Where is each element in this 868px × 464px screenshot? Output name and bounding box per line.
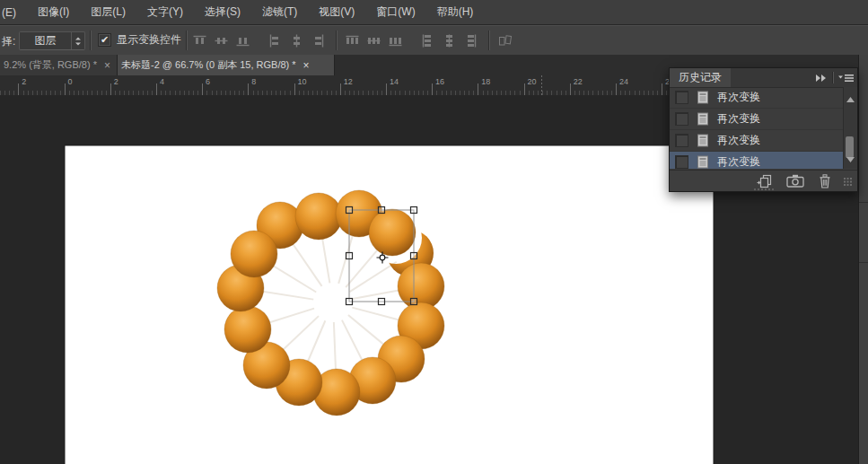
history-state-row[interactable]: 再次变换 — [670, 87, 857, 109]
dock-separator — [859, 202, 868, 203]
panel-dock-strip[interactable] — [858, 55, 868, 464]
distribute-vertical-centers-icon[interactable] — [366, 33, 381, 48]
align-vertical-centers-icon[interactable] — [214, 33, 229, 48]
options-divider — [90, 31, 92, 50]
dropdown-spinner-icon[interactable] — [71, 32, 84, 49]
align-icon-strip — [192, 31, 519, 50]
ruler-major-tick — [662, 83, 662, 95]
transform-handle[interactable] — [346, 253, 353, 259]
ruler-major-tick — [18, 83, 19, 95]
ruler-major-tick — [202, 83, 203, 95]
history-state-label: 再次变换 — [717, 133, 760, 148]
tab-untitled-2-document[interactable]: 未标题-2 @ 66.7% (0 副本 15, RGB/8) * × — [118, 55, 335, 75]
align-right-edges-icon[interactable] — [311, 33, 326, 48]
history-brush-source-well[interactable] — [675, 155, 688, 169]
document-canvas[interactable] — [65, 145, 714, 464]
history-state-row[interactable]: 再次变换 — [670, 152, 857, 169]
align-left-edges-icon[interactable] — [267, 33, 283, 48]
photoshop-window: (E)图像(I)图层(L)文字(Y)选择(S)滤镜(T)视图(V)窗口(W)帮助… — [0, 0, 868, 464]
auto-align-layers-icon[interactable] — [497, 33, 513, 48]
transform-handle[interactable] — [346, 299, 353, 305]
new-snapshot-button[interactable] — [786, 174, 804, 188]
history-state-row[interactable]: 再次变换 — [670, 130, 857, 152]
align-bottom-edges-icon[interactable] — [235, 33, 250, 48]
close-tab-icon[interactable]: × — [302, 59, 316, 72]
history-panel: 历史记录 再次变换再次变换再次变换再次变换 — [669, 67, 858, 192]
history-state-label: 再次变换 — [717, 111, 760, 127]
ruler-number: 8 — [251, 77, 256, 86]
distribute-bottom-edges-icon[interactable] — [388, 33, 403, 48]
transform-handle[interactable] — [411, 253, 417, 259]
distribute-top-edges-icon[interactable] — [345, 33, 360, 48]
ruler-major-tick — [65, 83, 66, 95]
ruler-major-tick — [340, 83, 341, 95]
menu-item[interactable]: 图像(I) — [27, 4, 80, 20]
history-state-label: 再次变换 — [717, 90, 760, 105]
history-brush-source-well[interactable] — [675, 112, 688, 126]
scroll-down-icon[interactable] — [846, 150, 855, 166]
delete-state-button[interactable] — [818, 174, 832, 188]
menu-item[interactable]: 视图(V) — [308, 4, 365, 20]
ruler-major-tick — [386, 83, 387, 95]
transform-handle[interactable] — [411, 207, 417, 214]
history-brush-source-well[interactable] — [675, 91, 688, 104]
panel-drag-dots[interactable] — [754, 188, 774, 190]
ruler-major-tick — [432, 83, 433, 95]
options-bar: 择: 图层 ✔ 显示变换控件 — [0, 25, 868, 56]
history-panel-title[interactable]: 历史记录 — [670, 68, 731, 87]
menu-bar-items: (E)图像(I)图层(L)文字(Y)选择(S)滤镜(T)视图(V)窗口(W)帮助… — [0, 4, 484, 20]
history-state-list: 再次变换再次变换再次变换再次变换 — [670, 87, 857, 169]
tab-background-document[interactable]: 9.2% (背景, RGB/8) * × — [0, 55, 118, 75]
collapse-to-icons-icon[interactable] — [815, 74, 828, 82]
ruler-number: 16 — [435, 77, 444, 86]
tab-label: 9.2% (背景, RGB/8) * — [0, 58, 102, 72]
dropdown-value: 图层 — [20, 33, 71, 48]
panel-menu-icon[interactable] — [838, 74, 854, 83]
distribute-right-edges-icon[interactable] — [463, 33, 478, 48]
show-transform-controls-checkbox[interactable]: ✔ — [98, 33, 111, 47]
history-state-row[interactable]: 再次变换 — [670, 109, 857, 130]
ruler-major-tick — [616, 83, 617, 95]
menu-item[interactable]: 文字(Y) — [136, 4, 194, 20]
auto-select-mode-dropdown[interactable]: 图层 — [19, 31, 85, 50]
transform-handle[interactable] — [379, 299, 385, 305]
menu-item[interactable]: 窗口(W) — [365, 4, 425, 20]
history-state-icon — [697, 155, 709, 169]
ruler-major-tick — [156, 83, 157, 95]
transform-handle[interactable] — [379, 207, 385, 214]
ruler-number: 2 — [22, 77, 26, 86]
history-state-icon — [697, 112, 709, 126]
transform-handle[interactable] — [346, 207, 353, 214]
distribute-horizontal-centers-icon[interactable] — [442, 33, 457, 48]
options-divider — [336, 31, 338, 50]
distribute-left-edges-icon[interactable] — [420, 33, 435, 48]
ruler-number: 2 — [114, 77, 118, 86]
panel-resize-grip-icon[interactable] — [844, 173, 852, 189]
history-scrollbar[interactable] — [843, 87, 857, 169]
menu-item[interactable]: 选择(S) — [194, 4, 251, 20]
ruler-major-tick — [478, 83, 478, 95]
align-horizontal-centers-icon[interactable] — [289, 33, 304, 48]
show-transform-controls-label: 显示变换控件 — [117, 32, 181, 48]
menu-item[interactable]: 帮助(H) — [426, 4, 485, 20]
menu-item[interactable]: (E) — [0, 6, 27, 19]
new-document-from-state-button[interactable] — [757, 174, 773, 188]
transform-handle[interactable] — [411, 299, 417, 305]
ruler-major-tick — [110, 83, 111, 95]
options-divider — [488, 31, 490, 50]
history-brush-source-well[interactable] — [675, 134, 688, 147]
sphere — [231, 231, 277, 277]
menu-bar: (E)图像(I)图层(L)文字(Y)选择(S)滤镜(T)视图(V)窗口(W)帮助… — [0, 0, 868, 25]
ruler-cursor-indicator — [541, 75, 542, 95]
menu-item[interactable]: 图层(L) — [80, 4, 136, 20]
history-state-label: 再次变换 — [717, 154, 760, 169]
ruler-number: 18 — [481, 77, 490, 86]
menu-item[interactable]: 滤镜(T) — [251, 4, 308, 20]
options-divider — [186, 31, 188, 50]
auto-select-label: 择: — [2, 34, 15, 49]
align-top-edges-icon[interactable] — [192, 33, 207, 48]
scroll-up-icon[interactable] — [846, 90, 855, 106]
close-tab-icon[interactable]: × — [102, 59, 117, 72]
history-state-icon — [697, 134, 709, 147]
history-state-icon — [697, 91, 709, 104]
